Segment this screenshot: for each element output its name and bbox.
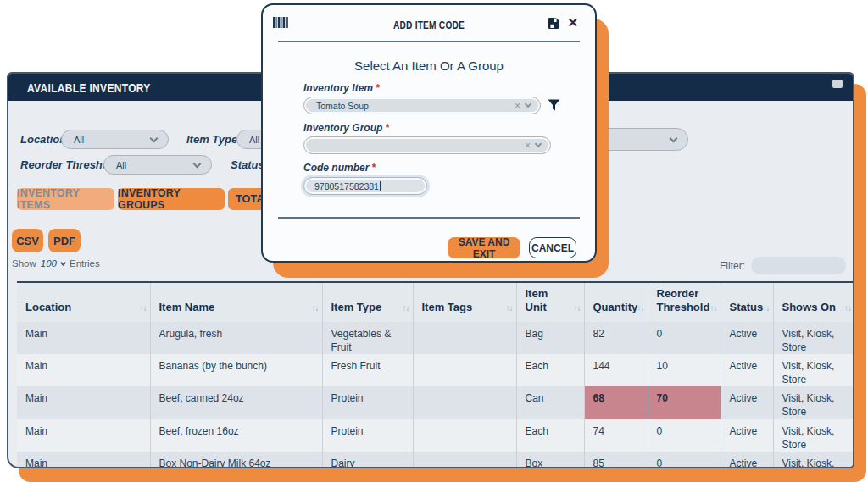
- column-header-item-type[interactable]: Item Type↑↓: [322, 282, 413, 322]
- table-row: Main Beef, canned 24oz Protein Can 68 70…: [17, 386, 854, 418]
- cell-reorder-threshold: 0: [648, 452, 721, 468]
- cell-item-type: Vegetables & Fruit: [322, 322, 413, 354]
- column-header-location[interactable]: Location↑↓: [17, 282, 150, 322]
- chevron-down-icon[interactable]: [535, 141, 542, 147]
- close-icon[interactable]: ✕: [567, 15, 578, 30]
- cell-item-tags: [413, 322, 516, 354]
- table-row: Main Beef, frozen 16oz Protein Each 74 0…: [17, 419, 854, 452]
- column-header-reorder-threshold[interactable]: Reorder Threshold↑↓: [648, 282, 721, 322]
- cell-item-tags: [413, 386, 516, 418]
- location-filter-label: Location: [20, 133, 66, 146]
- inventory-item-value: Tomato Soup: [316, 101, 369, 111]
- cell-item-name: Box Non-Dairy Milk 64oz: [150, 452, 322, 468]
- sort-icon[interactable]: ↑↓: [844, 303, 851, 314]
- chevron-down-icon[interactable]: [525, 101, 531, 108]
- text-cursor: [380, 181, 381, 191]
- add-item-code-modal: ADD ITEM CODE ✕ Select An Item Or A Grou…: [261, 3, 597, 263]
- code-number-value: 9780517582381: [314, 181, 379, 191]
- cell-reorder-threshold-alert: 70: [648, 386, 721, 418]
- modal-heading: Select An Item Or A Group: [263, 58, 595, 73]
- cell-item-tags: [413, 452, 516, 468]
- cell-item-unit: Bag: [516, 322, 584, 354]
- column-header-item-unit[interactable]: Item Unit↑↓: [516, 282, 584, 322]
- cell-item-unit: Can: [516, 386, 584, 418]
- sort-icon[interactable]: ↑↓: [763, 303, 770, 314]
- reorder-threshold-filter-dropdown[interactable]: All: [103, 155, 212, 175]
- column-header-quantity[interactable]: Quantity↑↓: [584, 282, 648, 322]
- cell-item-type: Protein: [322, 419, 413, 452]
- show-entries-control: Show 100 Entries: [12, 258, 100, 269]
- column-header-shows-on[interactable]: Shows On↑↓: [773, 282, 854, 322]
- cell-item-name: Beef, frozen 16oz: [150, 419, 322, 452]
- cell-quantity-alert: 68: [584, 386, 648, 418]
- cell-item-tags: [413, 419, 516, 452]
- inventory-item-select[interactable]: Tomato Soup ×: [303, 97, 541, 114]
- page: AVAILABLE INVENTORY Location All Item Ty…: [0, 0, 868, 482]
- chevron-down-icon[interactable]: [60, 259, 66, 265]
- cell-item-unit: Box: [516, 452, 584, 468]
- cell-item-name: Arugula, fresh: [150, 322, 322, 354]
- pdf-export-button[interactable]: PDF: [48, 229, 81, 252]
- column-header-item-name[interactable]: Item Name↑↓: [150, 282, 322, 322]
- cell-location: Main: [17, 419, 150, 452]
- tab-inventory-items[interactable]: INVENTORY ITEMS: [17, 188, 114, 210]
- sort-icon[interactable]: ↑↓: [403, 303, 409, 314]
- cell-quantity: 74: [584, 419, 648, 452]
- cell-shows-on: Visit, Kiosk, Store: [773, 322, 854, 354]
- column-header-status[interactable]: Status↑↓: [721, 282, 773, 322]
- modal-title: ADD ITEM CODE: [299, 19, 559, 31]
- divider: [278, 41, 580, 42]
- save-icon[interactable]: [548, 17, 559, 29]
- clear-icon[interactable]: ×: [515, 101, 520, 111]
- barcode-icon: [273, 17, 288, 28]
- cell-reorder-threshold: 10: [648, 354, 721, 386]
- filter-funnel-icon[interactable]: [548, 99, 560, 111]
- reorder-threshold-filter-value: All: [116, 160, 126, 170]
- sort-icon[interactable]: ↑↓: [574, 303, 581, 314]
- cell-location: Main: [17, 354, 150, 386]
- sort-icon[interactable]: ↑↓: [710, 303, 717, 314]
- cell-status: Active: [721, 419, 773, 452]
- cell-item-tags: [413, 354, 516, 386]
- status-filter-label: Status: [231, 158, 264, 171]
- tab-inventory-groups[interactable]: INVENTORY GROUPS: [118, 188, 225, 210]
- code-number-input[interactable]: 9780517582381: [303, 177, 427, 195]
- column-header-item-tags[interactable]: Item Tags↑↓: [413, 282, 516, 322]
- filter-input[interactable]: [751, 257, 846, 274]
- cell-status: Active: [721, 386, 773, 418]
- cell-item-name: Bananas (by the bunch): [150, 354, 322, 386]
- item-type-filter-label: Item Type: [186, 133, 237, 146]
- cell-shows-on: Visit, Kiosk, Store: [773, 354, 854, 386]
- table-row: Main Box Non-Dairy Milk 64oz Dairy Box 8…: [17, 452, 854, 468]
- cell-quantity: 144: [584, 354, 648, 386]
- cell-location: Main: [17, 386, 150, 418]
- location-filter-dropdown[interactable]: All: [61, 130, 169, 149]
- cell-item-name: Beef, canned 24oz: [150, 386, 322, 418]
- code-number-label: Code number*: [303, 162, 376, 174]
- popout-window-icon[interactable]: [832, 80, 843, 88]
- cell-item-unit: Each: [516, 354, 584, 386]
- sort-icon[interactable]: ↑↓: [312, 303, 319, 314]
- clear-icon[interactable]: ×: [525, 141, 531, 151]
- cell-status: Active: [721, 452, 773, 468]
- cell-shows-on: Visit, Kiosk, Store: [773, 452, 854, 468]
- table-row: Main Bananas (by the bunch) Fresh Fruit …: [17, 354, 854, 386]
- cell-reorder-threshold: 0: [648, 322, 721, 354]
- cancel-button[interactable]: CANCEL: [529, 237, 576, 258]
- sort-icon[interactable]: ↑↓: [637, 303, 644, 314]
- cell-location: Main: [17, 452, 150, 468]
- cell-shows-on: Visit, Kiosk, Store: [773, 419, 854, 452]
- chevron-down-icon: [193, 159, 202, 168]
- sort-icon[interactable]: ↑↓: [140, 303, 147, 314]
- entries-count-select[interactable]: 100: [41, 258, 57, 269]
- table-filter-area: Filter:: [720, 257, 846, 274]
- save-and-exit-button[interactable]: SAVE AND EXIT: [448, 237, 520, 258]
- sort-icon[interactable]: ↑↓: [506, 303, 513, 314]
- cell-item-type: Protein: [322, 386, 413, 418]
- csv-export-button[interactable]: CSV: [12, 229, 43, 252]
- table-row: Main Arugula, fresh Vegetables & Fruit B…: [17, 322, 854, 354]
- cell-location: Main: [17, 322, 150, 354]
- filter-label: Filter:: [720, 260, 745, 272]
- divider: [278, 217, 580, 219]
- inventory-group-select[interactable]: ×: [303, 136, 551, 154]
